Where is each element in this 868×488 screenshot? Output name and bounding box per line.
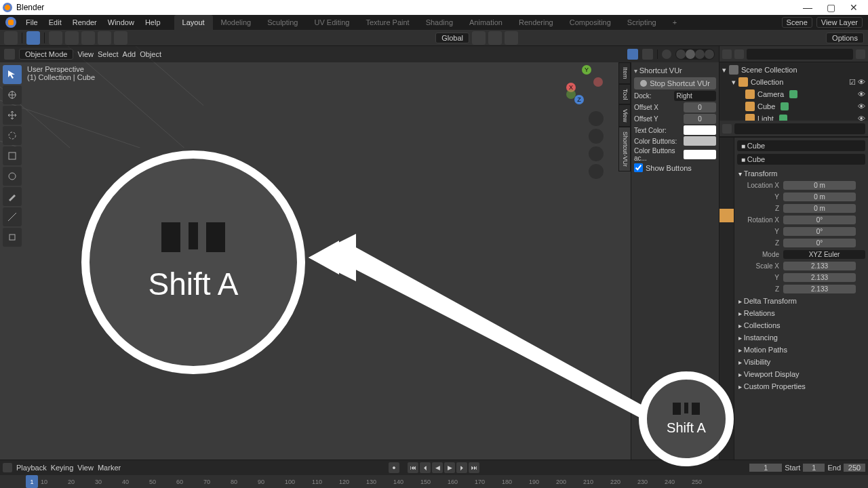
workspace-compositing[interactable]: Compositing [561,15,619,30]
section-instancing[interactable]: ▸ Instancing [737,331,865,344]
overlays-icon[interactable] [642,49,653,60]
snapto-icon[interactable] [488,31,502,45]
shading-wire-icon[interactable] [676,49,686,59]
workspace-texture[interactable]: Texture Paint [357,15,417,30]
play-icon[interactable]: ▶ [444,462,455,473]
close-button[interactable]: ✕ [842,0,865,15]
prop-tab-modifier[interactable] [719,223,734,237]
nav-gizmo[interactable]: X Y Z [566,65,607,106]
blender-icon[interactable] [5,17,16,28]
outliner-cube[interactable]: Cube [757,102,775,110]
props-breadcrumb[interactable]: ■ Cube [737,140,865,151]
tool-rotate[interactable] [3,126,22,145]
menu-file[interactable]: File [20,15,43,30]
workspace-scripting[interactable]: Scripting [619,15,665,30]
timeline-keying[interactable]: Keying [51,464,74,472]
workspace-uv[interactable]: UV Editing [306,15,357,30]
snap-icon[interactable] [49,31,62,45]
collection-item[interactable]: Collection [751,78,783,86]
prop-tab-output[interactable] [719,152,734,165]
timeline-view[interactable]: View [77,464,94,472]
timeline-playback[interactable]: Playback [16,464,47,472]
props-type-icon[interactable] [722,124,732,134]
pan-icon[interactable] [589,129,604,144]
timeline-marker[interactable]: Marker [98,464,121,472]
propedit-icon[interactable] [505,31,518,45]
outliner-type-icon[interactable] [722,49,732,59]
tool-move[interactable] [3,106,22,125]
axis-y-icon[interactable]: Y [582,65,591,75]
scale-y[interactable]: 2.133 [783,273,856,282]
loc-z[interactable]: 0 m [783,204,856,213]
tool-cursor[interactable] [3,85,22,104]
snap3-icon[interactable] [81,31,95,45]
start-frame[interactable]: 1 [803,464,825,472]
prop-tab-world[interactable] [719,195,734,208]
xray-icon[interactable] [662,49,671,59]
scale-z[interactable]: 2.133 [783,285,856,293]
section-relations[interactable]: ▸ Relations [737,307,865,319]
section-motionpaths[interactable]: ▸ Motion Paths [737,344,865,356]
rot-x[interactable]: 0° [783,216,856,224]
workspace-sculpting[interactable]: Sculpting [259,15,306,30]
outliner-search[interactable] [747,49,853,60]
viewport-menu-object[interactable]: Object [140,50,161,58]
snap4-icon[interactable] [98,31,111,45]
viewlayer-field[interactable]: View Layer [816,17,863,28]
camera-icon[interactable] [589,146,604,161]
timeline-type-icon[interactable] [3,463,12,472]
tool-measure[interactable] [3,207,22,226]
outliner-tree[interactable]: ▾Scene Collection ▾Collection☑ 👁 Camera👁… [719,62,868,121]
autokey-icon[interactable]: ● [389,462,399,473]
prop-tab-constraint[interactable] [719,266,734,279]
viewport-menu-select[interactable]: Select [98,50,119,58]
prop-tab-render[interactable] [719,138,734,151]
prop-tab-material[interactable] [719,294,734,308]
prop-tab-particle[interactable] [719,237,734,251]
prop-tab-scene[interactable] [719,180,734,194]
tool-transform[interactable] [3,167,22,186]
scene-field[interactable]: Scene [782,17,812,28]
pivot-icon[interactable] [472,31,486,45]
prop-tab-object[interactable] [719,209,734,222]
jump-end-icon[interactable]: ⏭ [469,462,479,473]
tool-add-cube[interactable] [3,228,22,247]
viewport-menu-view[interactable]: View [77,50,94,58]
keyframe-prev-icon[interactable]: ⏴ [420,462,431,473]
npanel-tab-view[interactable]: View [618,104,631,127]
outliner-camera[interactable]: Camera [757,90,784,98]
workspace-shading[interactable]: Shading [418,15,461,30]
workspace-layout[interactable]: Layout [174,15,213,30]
prop-tab-data[interactable] [719,280,734,293]
options-dropdown[interactable]: Options [826,33,864,43]
menu-help[interactable]: Help [140,15,166,30]
tool-annotate[interactable] [3,187,22,206]
keyframe-next-icon[interactable]: ⏵ [456,462,467,473]
show-buttons-checkbox[interactable] [634,163,643,172]
mode-dropdown[interactable]: Object Mode [19,49,73,60]
section-transform[interactable]: ▾ Transform [737,167,865,180]
cursor-tool-icon[interactable] [26,31,40,45]
axis-z-icon[interactable]: Z [574,95,584,104]
scale-x[interactable]: 2.133 [783,262,856,270]
rot-y[interactable]: 0° [783,227,856,236]
props-search[interactable] [734,123,865,134]
color-buttons-swatch[interactable] [684,136,716,146]
offset-y-field[interactable]: 0 [684,114,716,124]
scene-collection[interactable]: Scene Collection [741,66,797,74]
menu-render[interactable]: Render [67,15,102,30]
jump-start-icon[interactable]: ⏮ [408,462,418,473]
shading-solid-icon[interactable] [686,49,695,59]
tool-select-box[interactable] [3,65,22,84]
stop-shortcut-button[interactable]: Stop Shortcut VUr [634,77,716,89]
shading-matprev-icon[interactable] [695,49,705,59]
section-collections[interactable]: ▸ Collections [737,319,865,331]
shading-render-icon[interactable] [705,49,714,59]
props-name-field[interactable]: ■ Cube [737,154,865,165]
show-gizmo-icon[interactable] [627,49,638,60]
section-viewportdisplay[interactable]: ▸ Viewport Display [737,368,865,380]
add-workspace[interactable]: + [665,15,685,30]
menu-window[interactable]: Window [102,15,140,30]
menu-edit[interactable]: Edit [43,15,67,30]
dock-dropdown[interactable]: Right [674,91,717,101]
